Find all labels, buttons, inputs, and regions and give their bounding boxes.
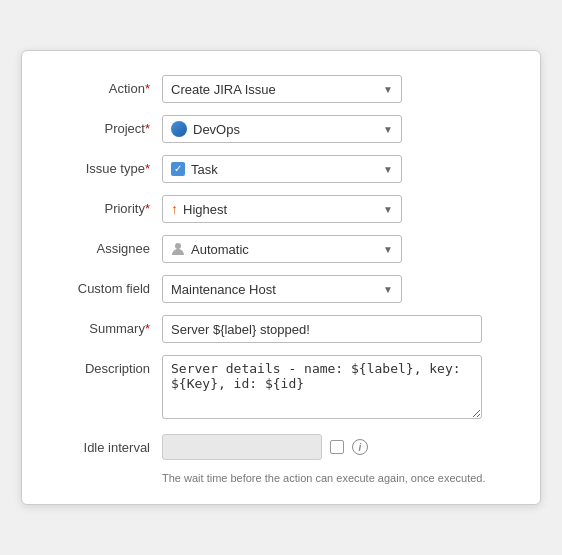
idle-interval-input[interactable] [162, 434, 322, 460]
issue-type-label-text: Issue type [86, 161, 145, 176]
custom-field-row: Custom field Maintenance Host ▼ [52, 275, 510, 303]
assignee-label-text: Assignee [97, 241, 150, 256]
priority-label-text: Priority [104, 201, 144, 216]
project-select[interactable]: DevOps ▼ [162, 115, 402, 143]
summary-label: Summary* [52, 315, 162, 336]
action-required: * [145, 81, 150, 96]
project-control: DevOps ▼ [162, 115, 510, 143]
issue-type-select[interactable]: Task ▼ [162, 155, 402, 183]
project-row: Project* DevOps ▼ [52, 115, 510, 143]
summary-control [162, 315, 510, 343]
description-textarea[interactable]: Server details - name: ${label}, key: ${… [162, 355, 482, 419]
idle-interval-checkbox[interactable] [330, 440, 344, 454]
issue-type-control: Task ▼ [162, 155, 510, 183]
action-control: Create JIRA Issue ▼ [162, 75, 510, 103]
project-label: Project* [52, 115, 162, 136]
priority-row: Priority* ↑ Highest ▼ [52, 195, 510, 223]
idle-interval-label: Idle interval [52, 434, 162, 455]
svg-point-0 [175, 243, 181, 249]
assignee-control: Automatic ▼ [162, 235, 510, 263]
issue-type-row: Issue type* Task ▼ [52, 155, 510, 183]
assignee-row: Assignee Automatic ▼ [52, 235, 510, 263]
priority-up-arrow-icon: ↑ [171, 201, 178, 217]
action-value: Create JIRA Issue [171, 82, 276, 97]
custom-field-select[interactable]: Maintenance Host ▼ [162, 275, 402, 303]
assignee-label: Assignee [52, 235, 162, 256]
action-label: Action* [52, 75, 162, 96]
idle-interval-hint: The wait time before the action can exec… [162, 472, 510, 484]
idle-interval-row: Idle interval i [52, 434, 510, 460]
issue-type-label: Issue type* [52, 155, 162, 176]
summary-required: * [145, 321, 150, 336]
form-card: Action* Create JIRA Issue ▼ Project* Dev… [21, 50, 541, 505]
summary-label-text: Summary [89, 321, 145, 336]
action-label-text: Action [109, 81, 145, 96]
project-label-text: Project [104, 121, 144, 136]
priority-required: * [145, 201, 150, 216]
priority-label: Priority* [52, 195, 162, 216]
custom-field-arrow-icon: ▼ [383, 284, 393, 295]
action-arrow-icon: ▼ [383, 84, 393, 95]
custom-field-value: Maintenance Host [171, 282, 276, 297]
project-arrow-icon: ▼ [383, 124, 393, 135]
description-control: Server details - name: ${label}, key: ${… [162, 355, 510, 422]
custom-field-control: Maintenance Host ▼ [162, 275, 510, 303]
description-label: Description [52, 355, 162, 376]
idle-interval-info-icon[interactable]: i [352, 439, 368, 455]
issue-type-required: * [145, 161, 150, 176]
priority-value: Highest [183, 202, 227, 217]
summary-input[interactable] [162, 315, 482, 343]
issue-type-checkbox-icon [171, 162, 185, 176]
issue-type-value: Task [191, 162, 218, 177]
summary-row: Summary* [52, 315, 510, 343]
action-select[interactable]: Create JIRA Issue ▼ [162, 75, 402, 103]
custom-field-label-text: Custom field [78, 281, 150, 296]
description-label-text: Description [85, 361, 150, 376]
assignee-select[interactable]: Automatic ▼ [162, 235, 402, 263]
project-globe-icon [171, 121, 187, 137]
issue-type-arrow-icon: ▼ [383, 164, 393, 175]
action-row: Action* Create JIRA Issue ▼ [52, 75, 510, 103]
custom-field-label: Custom field [52, 275, 162, 296]
assignee-person-icon [171, 242, 185, 256]
idle-interval-wrap: i [162, 434, 510, 460]
description-row: Description Server details - name: ${lab… [52, 355, 510, 422]
assignee-arrow-icon: ▼ [383, 244, 393, 255]
priority-control: ↑ Highest ▼ [162, 195, 510, 223]
project-required: * [145, 121, 150, 136]
idle-interval-label-text: Idle interval [84, 440, 150, 455]
assignee-value: Automatic [191, 242, 249, 257]
idle-interval-control: i [162, 434, 510, 460]
priority-arrow-icon: ▼ [383, 204, 393, 215]
project-value: DevOps [193, 122, 240, 137]
priority-select[interactable]: ↑ Highest ▼ [162, 195, 402, 223]
